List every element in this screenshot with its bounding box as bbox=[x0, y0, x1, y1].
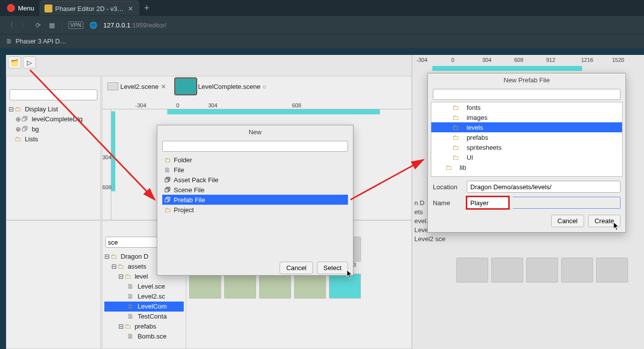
address-text[interactable]: 127.0.0.1:1959/editor/ bbox=[103, 21, 167, 29]
cancel-button[interactable]: Cancel bbox=[280, 262, 313, 274]
list-item-project[interactable]: Project bbox=[162, 205, 348, 215]
reload-icon[interactable]: ⟳ bbox=[34, 21, 42, 29]
outline-panel: ⊟🗀 Display List ⊕🗇 levelCompleteDlg ⊕🗇 b… bbox=[6, 76, 101, 220]
tab-bar: Menu Phaser Editor 2D - v3… ✕ + bbox=[0, 0, 644, 16]
thumb-placeholder[interactable] bbox=[456, 258, 488, 283]
dialog-filter-input[interactable] bbox=[162, 141, 348, 152]
new-group-button[interactable]: 🗂️ bbox=[8, 56, 21, 68]
ruler-extent-r bbox=[432, 66, 582, 71]
outline-tree[interactable]: ⊟🗀 Display List ⊕🗇 levelCompleteDlg ⊕🗇 b… bbox=[6, 103, 100, 145]
tree-row: ⊕🗇 bg bbox=[8, 124, 98, 134]
tree-row: Level.sce bbox=[104, 282, 184, 292]
tree-row: ⊟🗀 Display List bbox=[8, 104, 98, 114]
separator bbox=[62, 20, 62, 30]
scene-tab-level2[interactable]: Level2.scene ✕ bbox=[105, 81, 168, 91]
tree-row: Level2.sc bbox=[104, 292, 184, 302]
bookmark-item[interactable]: Phaser 3 API D… bbox=[15, 37, 66, 45]
bookmark-bar: 🗎 Phaser 3 API D… bbox=[0, 34, 644, 48]
browser-tab[interactable]: Phaser Editor 2D - v3… ✕ bbox=[39, 0, 139, 15]
sidebar-lower bbox=[6, 220, 101, 349]
back-icon[interactable]: 〈 bbox=[6, 20, 14, 29]
cancel-button[interactable]: Cancel bbox=[551, 215, 584, 227]
name-input[interactable] bbox=[467, 197, 509, 209]
list-item-file[interactable]: File bbox=[162, 165, 348, 175]
name-row: Name bbox=[428, 195, 626, 211]
tab-favicon bbox=[44, 4, 52, 12]
dialog-new-prefab: New Prefab File fonts images levels pref… bbox=[427, 73, 626, 233]
dialog-filter-input[interactable] bbox=[433, 89, 621, 100]
globe-icon: 🌐 bbox=[89, 21, 97, 29]
close-icon[interactable]: ○ bbox=[263, 83, 267, 90]
forward-icon[interactable]: 〉 bbox=[20, 20, 28, 29]
tree-row: fonts bbox=[431, 102, 622, 112]
browser-chrome: Menu Phaser Editor 2D - v3… ✕ + 〈 〉 ⟳ ▦ … bbox=[0, 0, 644, 48]
tree-row-selected: levels bbox=[431, 122, 622, 132]
scene-tab-levelcomplete[interactable]: LevelComplete.scene ○ bbox=[173, 77, 269, 95]
tab-close-icon[interactable]: ✕ bbox=[127, 5, 134, 12]
tab-title: Phaser Editor 2D - v3… bbox=[55, 5, 124, 12]
ruler-vertical: 304 608 bbox=[102, 109, 111, 220]
scene-tab-label: LevelComplete.scene bbox=[198, 83, 261, 90]
dialog-buttons: Cancel Create bbox=[428, 211, 626, 232]
speed-dial-icon[interactable]: ▦ bbox=[48, 21, 56, 29]
tree-row-selected: LevelCom bbox=[104, 302, 184, 312]
thumb-placeholder[interactable] bbox=[561, 258, 593, 283]
files-thumbs-r[interactable] bbox=[453, 255, 642, 286]
tree-row: images bbox=[431, 112, 622, 122]
list-item-scene[interactable]: 🗇Scene File bbox=[162, 185, 348, 195]
document-icon: 🗎 bbox=[6, 37, 12, 45]
thumb-placeholder[interactable] bbox=[596, 258, 628, 283]
dialog-title: New Prefab File bbox=[428, 73, 626, 87]
thumb-placeholder[interactable] bbox=[526, 258, 558, 283]
dialog-new-list[interactable]: Folder File 🗇Asset Pack File 🗇Scene File… bbox=[162, 155, 348, 255]
play-button[interactable]: ▷ bbox=[23, 56, 36, 68]
location-row: Location bbox=[428, 179, 626, 195]
opera-icon bbox=[7, 4, 15, 12]
location-label: Location bbox=[433, 183, 463, 191]
ruler-v-extent bbox=[111, 111, 115, 191]
new-tab-button[interactable]: + bbox=[139, 1, 155, 15]
name-label: Name bbox=[433, 199, 463, 207]
list-item-prefab[interactable]: 🗇Prefab File bbox=[162, 195, 348, 205]
ruler-extent bbox=[167, 109, 380, 114]
dialog-buttons: Cancel Select bbox=[157, 258, 353, 279]
menu-label: Menu bbox=[18, 4, 34, 12]
tree-row: lib bbox=[431, 162, 622, 172]
tree-row: UI bbox=[431, 152, 622, 162]
tree-row: 🗀 Lists bbox=[8, 134, 98, 144]
tree-row: ⊕🗇 levelCompleteDlg bbox=[8, 114, 98, 124]
opera-menu-button[interactable]: Menu bbox=[2, 2, 39, 14]
dialog-new: New Folder File 🗇Asset Pack File 🗇Scene … bbox=[157, 125, 353, 276]
list-item-assetpack[interactable]: 🗇Asset Pack File bbox=[162, 175, 348, 185]
scene-tabs: Level2.scene ✕ LevelComplete.scene ○ bbox=[105, 77, 269, 95]
thumb-placeholder[interactable] bbox=[491, 258, 523, 283]
scene-thumb bbox=[107, 82, 118, 90]
dialog-title: New bbox=[157, 125, 353, 139]
tree-row: spritesheets bbox=[431, 142, 622, 152]
list-item-folder[interactable]: Folder bbox=[162, 155, 348, 165]
cursor-icon bbox=[613, 222, 620, 232]
vpn-badge[interactable]: VPN bbox=[68, 21, 83, 29]
tree-row: Bomb.sce bbox=[104, 332, 184, 342]
name-input-extend[interactable] bbox=[513, 197, 621, 209]
location-input[interactable] bbox=[467, 181, 621, 193]
cursor-icon bbox=[346, 270, 353, 280]
tree-row: TestConta bbox=[104, 312, 184, 322]
scene-thumb bbox=[175, 78, 196, 94]
prefab-folder-tree[interactable]: fonts images levels prefabs spritesheets… bbox=[431, 102, 623, 177]
omnibar: 〈 〉 ⟳ ▦ VPN 🌐 127.0.0.1:1959/editor/ bbox=[0, 16, 644, 34]
outline-filter-input[interactable] bbox=[9, 89, 97, 100]
tree-row: ⊟ prefabs bbox=[104, 322, 184, 332]
tree-row: prefabs bbox=[431, 132, 622, 142]
close-icon[interactable]: ✕ bbox=[161, 83, 166, 90]
select-button[interactable]: Select bbox=[317, 262, 348, 274]
scene-tab-label: Level2.scene bbox=[120, 83, 159, 90]
